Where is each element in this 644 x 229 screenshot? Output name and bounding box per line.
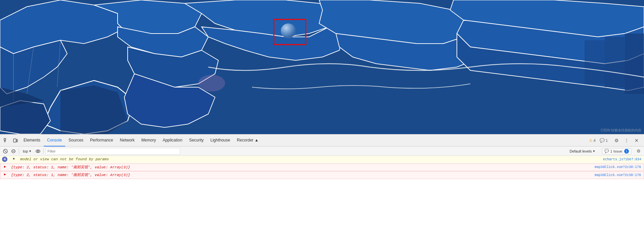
settings-icon[interactable]: ⚙	[612, 136, 621, 145]
svg-point-38	[37, 151, 39, 152]
svg-marker-23	[60, 85, 128, 134]
console-settings-icon[interactable]: ⚙	[635, 148, 642, 155]
close-devtools-icon[interactable]: ✕	[632, 136, 641, 145]
tab-network[interactable]: Network	[117, 134, 138, 147]
tab-lighthouse[interactable]: Lighthouse	[207, 134, 233, 147]
toolbar-divider-2	[43, 149, 44, 154]
console-row-error-2[interactable]: ▶ {type: 2, status: 1, name: '南郊宾馆', val…	[0, 171, 644, 179]
issue-label: 1 Issue:	[610, 149, 623, 153]
tab-console[interactable]: Console	[44, 134, 65, 147]
error-source-2[interactable]: map3dClick.vue?2c38:178	[593, 173, 644, 178]
svg-point-37	[36, 150, 40, 153]
error-message-2: {type: 2, status: 1, name: '南郊宾馆', value…	[10, 172, 593, 179]
device-toggle-icon[interactable]	[11, 136, 20, 145]
console-toolbar: top ▼ Default levels ▼ 💬 1 Issue: 1 ⚙	[0, 147, 644, 156]
context-selector[interactable]: top ▼	[21, 149, 33, 154]
expand-arrow-error-2[interactable]: ▶	[0, 172, 10, 176]
warning-message: model or view can not be found by params	[19, 156, 602, 163]
inspect-element-icon[interactable]	[1, 136, 11, 145]
filter-input[interactable]	[46, 148, 180, 155]
warning-icon: ⚠	[589, 138, 593, 143]
svg-rect-31	[13, 139, 16, 142]
tab-performance[interactable]: Performance	[87, 134, 117, 147]
default-levels-label: Default levels	[570, 149, 592, 153]
tab-security[interactable]: Security	[186, 134, 207, 147]
svg-point-26	[281, 23, 296, 38]
expand-arrow-error-1[interactable]: ▶	[0, 164, 10, 169]
devtools-tab-bar: Elements Console Sources Performance Net…	[0, 134, 644, 147]
info-icon: 💬	[600, 138, 605, 143]
error-message-1: {type: 2, status: 1, name: '南郊宾馆', value…	[10, 164, 593, 171]
clear-console-icon[interactable]	[2, 148, 9, 155]
warning-count-badge: 4	[2, 157, 7, 162]
warning-badge[interactable]: ⚠ 4	[589, 138, 596, 143]
svg-rect-18	[585, 40, 605, 84]
expand-arrow-warning[interactable]: ▶	[9, 156, 19, 161]
context-dropdown-icon: ▼	[29, 150, 32, 153]
info-count: 1	[606, 138, 608, 142]
console-output: 4 ▶ model or view can not be found by pa…	[0, 156, 644, 229]
svg-line-34	[4, 150, 6, 152]
devtools-panel: Elements Console Sources Performance Net…	[0, 134, 644, 229]
eye-icon[interactable]	[35, 148, 41, 155]
tab-sources[interactable]: Sources	[65, 134, 87, 147]
more-options-icon[interactable]: ⋮	[622, 136, 631, 145]
error-source-1[interactable]: map3dClick.vue?2c38:178	[593, 165, 644, 170]
svg-rect-17	[605, 37, 625, 87]
issue-badge[interactable]: 💬 1 Issue: 1	[602, 148, 631, 154]
svg-rect-16	[625, 34, 644, 94]
warning-source[interactable]: echarts.js?1be7:834	[602, 157, 644, 162]
info-badge[interactable]: 💬 1	[600, 138, 608, 143]
tab-application[interactable]: Application	[159, 134, 186, 147]
console-row-error-1[interactable]: ▶ {type: 2, status: 1, name: '南郊宾馆', val…	[0, 164, 644, 171]
svg-point-24	[198, 75, 225, 92]
console-row-warning[interactable]: 4 ▶ model or view can not be found by pa…	[0, 156, 644, 163]
issue-count-badge: 1	[624, 149, 629, 154]
default-levels-dropdown[interactable]: Default levels ▼	[568, 149, 597, 154]
svg-rect-32	[16, 139, 17, 142]
default-levels-arrow: ▼	[593, 150, 596, 153]
tab-elements[interactable]: Elements	[20, 134, 44, 147]
tab-recorder[interactable]: Recorder ▲	[233, 134, 262, 147]
warning-row-icon: 4	[0, 156, 9, 162]
tab-memory[interactable]: Memory	[138, 134, 159, 147]
svg-rect-28	[4, 138, 6, 140]
warning-count: 4	[594, 138, 596, 142]
context-label: top	[23, 149, 28, 153]
devtools-right-icons: ⚠ 4 💬 1 ⚙ ⋮ ✕	[589, 136, 643, 145]
stop-recording-icon[interactable]	[10, 148, 17, 155]
toolbar-divider-1	[19, 149, 19, 154]
map-viewport: CSDN 转载未经授权的内容	[0, 0, 644, 134]
